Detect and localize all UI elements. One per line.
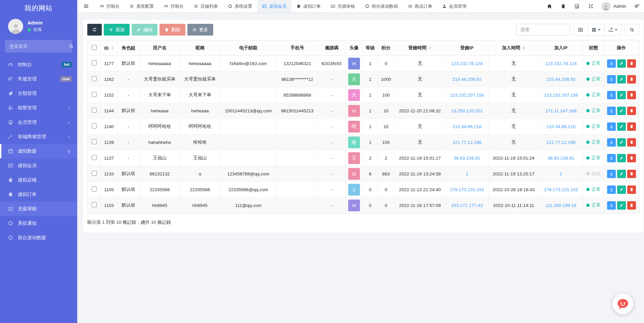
row-download-button[interactable]	[607, 122, 616, 131]
tab-recharge-audit[interactable]: 充值审核	[326, 0, 360, 12]
join-ip-link[interactable]: 123.232.78.124	[545, 61, 577, 66]
row-delete-button[interactable]	[627, 91, 636, 99]
user-profile[interactable]: Admin 在线	[0, 16, 77, 38]
login-ip-link[interactable]: 123.232.78.124	[451, 61, 483, 66]
row-download-button[interactable]	[607, 201, 616, 210]
admin-name[interactable]: Admin	[613, 4, 626, 9]
join-ip-link[interactable]: 210.44.209.92	[546, 77, 575, 82]
row-edit-button[interactable]	[617, 138, 626, 147]
row-delete-button[interactable]	[627, 122, 636, 131]
tab-system-config[interactable]: 系统配置	[125, 0, 159, 12]
fullscreen-button[interactable]	[584, 0, 598, 12]
row-edit-button[interactable]	[617, 185, 626, 194]
row-delete-button[interactable]	[627, 185, 636, 194]
tab-front-scroll[interactable]: 前台滚动数据	[360, 0, 403, 12]
row-edit-button[interactable]	[617, 122, 626, 131]
tab-dashboard-1[interactable]: 控制台	[95, 0, 125, 12]
join-ip-link[interactable]: 121.77.12.198	[546, 140, 575, 145]
row-edit-button[interactable]	[617, 154, 626, 162]
delete-button[interactable]: 删除	[159, 24, 185, 36]
settings-gears-button[interactable]	[630, 0, 644, 12]
sidebar-item-dashboard[interactable]: 控制台hot	[0, 57, 77, 72]
row-download-button[interactable]	[607, 170, 616, 178]
row-checkbox[interactable]	[92, 155, 97, 160]
column-header-10[interactable]: 登錄時間	[395, 41, 446, 56]
sidebar-item-auth[interactable]: 权限管理‹	[0, 101, 77, 115]
row-edit-button[interactable]	[617, 75, 626, 84]
join-ip-link[interactable]: 171.11.247.168	[545, 108, 577, 113]
row-checkbox[interactable]	[92, 123, 97, 128]
tab-goods-order[interactable]: 商品订单	[403, 0, 437, 12]
login-ip-link[interactable]: 178.173.225.153	[450, 187, 484, 192]
sidebar-item-virtual-data[interactable]: 虚拟数据∨	[0, 144, 77, 158]
login-ip-link[interactable]: 121.77.12.198	[452, 140, 481, 145]
login-ip-link[interactable]: 13.250.120.201	[451, 108, 483, 113]
tab-virtual-order[interactable]: 虚拟订单	[291, 0, 326, 12]
row-checkbox[interactable]	[92, 139, 97, 144]
row-delete-button[interactable]	[627, 75, 636, 84]
join-ip-link[interactable]: 1	[560, 171, 562, 176]
tab-shop-list[interactable]: 店铺列表	[189, 0, 223, 12]
row-delete-button[interactable]	[627, 138, 636, 147]
row-checkbox[interactable]	[92, 186, 97, 192]
row-checkbox[interactable]	[92, 202, 97, 207]
row-checkbox[interactable]	[92, 76, 97, 81]
sidebar-item-recharge-audit[interactable]: 充值审核	[0, 202, 77, 216]
select-all-checkbox[interactable]	[92, 45, 97, 50]
admin-avatar[interactable]	[602, 2, 610, 11]
sidebar-item-virtual-shop[interactable]: 虚拟店铺	[0, 173, 77, 187]
sidebar-item-system-notice[interactable]: 系统通知	[0, 216, 77, 230]
tab-virtual-member[interactable]: 虚拟会员	[257, 0, 291, 12]
export-button[interactable]	[605, 24, 622, 36]
clear-cache-button[interactable]	[556, 0, 570, 12]
login-ip-link[interactable]: 123.232.207.158	[450, 93, 484, 98]
login-ip-link[interactable]: 103.171.177.43	[451, 203, 483, 208]
tab-system-settings[interactable]: 系统设置	[223, 0, 257, 12]
column-header-0[interactable]: ID	[100, 41, 118, 56]
refresh-button[interactable]	[87, 24, 102, 36]
sidebar-item-front-scroll[interactable]: 前台滚动数据	[0, 230, 77, 245]
detail-view-button[interactable]	[573, 24, 588, 36]
row-download-button[interactable]	[607, 185, 616, 194]
home-button[interactable]	[543, 0, 556, 12]
login-ip-link[interactable]: 1	[466, 171, 468, 176]
edit-button[interactable]: 编辑	[132, 24, 157, 36]
row-download-button[interactable]	[607, 107, 616, 115]
sidebar-item-virtual-member[interactable]: 虚拟会员	[0, 158, 77, 173]
search-button[interactable]	[625, 24, 639, 36]
row-checkbox[interactable]	[92, 108, 97, 113]
row-delete-button[interactable]	[627, 107, 636, 115]
sidebar-item-category[interactable]: 分類管理	[0, 86, 77, 101]
row-edit-button[interactable]	[617, 107, 626, 115]
login-ip-link[interactable]: 36.63.238.91	[454, 156, 480, 161]
menu-search-input[interactable]	[9, 44, 69, 49]
join-ip-link[interactable]: 178.173.225.153	[544, 187, 578, 192]
sidebar-item-member[interactable]: 会员管理‹	[0, 115, 77, 129]
row-download-button[interactable]	[607, 138, 616, 147]
row-edit-button[interactable]	[617, 170, 626, 178]
sidebar-item-virtual-order[interactable]: 虚拟订单	[0, 187, 77, 202]
join-ip-link[interactable]: 123.232.207.158	[544, 93, 578, 98]
add-button[interactable]: 添加	[104, 24, 130, 36]
more-button[interactable]: 更多	[187, 24, 213, 36]
table-search-input[interactable]	[516, 24, 570, 36]
tab-dashboard-2[interactable]: 控制台	[159, 0, 189, 12]
row-checkbox[interactable]	[92, 171, 97, 176]
row-checkbox[interactable]	[92, 60, 97, 65]
sidebar-item-general[interactable]: 常规管理new	[0, 72, 77, 86]
row-download-button[interactable]	[607, 75, 616, 84]
sidebar-item-mall[interactable]: 前端商城管理‹	[0, 129, 77, 144]
tab-member-manage[interactable]: 会员管理	[437, 0, 471, 12]
refresh-page-button[interactable]	[570, 0, 584, 12]
row-edit-button[interactable]	[617, 59, 626, 68]
join-ip-link[interactable]: 36.63.238.91	[548, 156, 574, 161]
row-download-button[interactable]	[607, 59, 616, 68]
column-header-12[interactable]: 加入時間	[489, 41, 539, 56]
join-ip-link[interactable]: 111.250.199.16	[546, 203, 577, 208]
row-delete-button[interactable]	[627, 154, 636, 162]
row-delete-button[interactable]	[627, 59, 636, 68]
row-delete-button[interactable]	[627, 201, 636, 210]
row-delete-button[interactable]	[627, 170, 636, 178]
columns-button[interactable]	[588, 24, 605, 36]
sidebar-toggle[interactable]	[77, 0, 95, 12]
